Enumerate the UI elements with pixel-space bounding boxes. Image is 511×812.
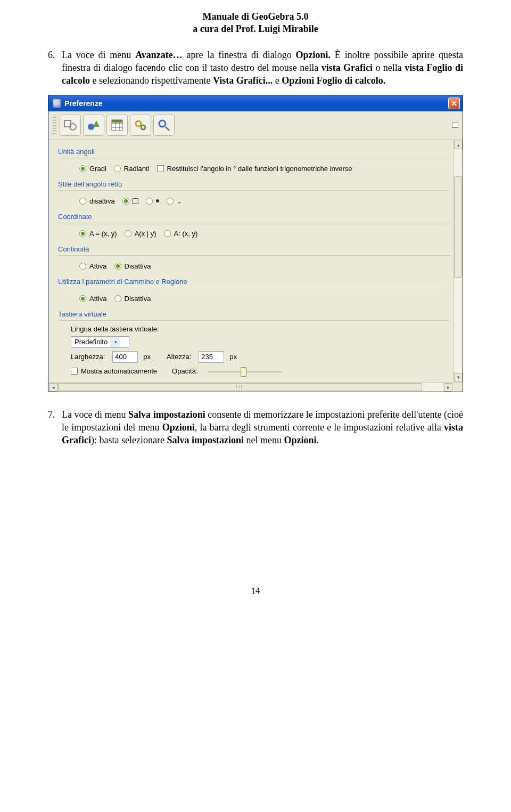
radio-rightangle-chev[interactable] <box>167 197 182 205</box>
scroll-up-button[interactable]: ▴ <box>454 141 463 149</box>
radio-icon <box>79 295 86 302</box>
radio-rightangle-off[interactable]: disattiva <box>79 197 115 205</box>
radio-label: A(x | y) <box>135 230 156 238</box>
text: apre la finestra di dialogo <box>183 50 296 60</box>
gears-icon <box>134 118 147 132</box>
text-bold: Vista Grafici... <box>213 75 273 86</box>
scroll-left-button[interactable]: ◂ <box>49 383 57 392</box>
unit-px: px <box>229 353 237 361</box>
vkbd-lang-select[interactable]: Predefinito ▾ <box>71 336 129 348</box>
toolbar-advanced-button[interactable] <box>153 115 175 136</box>
checkbox-icon <box>157 165 164 172</box>
chevron-down-icon: ▾ <box>111 337 120 347</box>
vkbd-height-input[interactable]: 235 <box>199 351 224 363</box>
shapes-icon <box>63 118 77 132</box>
radio-label: Attiva <box>89 295 107 303</box>
scroll-thumb[interactable] <box>454 176 462 278</box>
checkbox-label: Restituisci l'angolo in ° dalle funzioni… <box>167 165 352 173</box>
radio-icon <box>122 198 129 205</box>
text: La voce di menu <box>62 50 135 60</box>
section-right-angle: Stile dell'angolo retto <box>58 177 450 189</box>
section-path-region: Utilizza i parametri di Cammino e Region… <box>58 274 450 287</box>
radio-coord-3[interactable]: A: (x, y) <box>164 230 198 238</box>
text-bold: Opzioni Foglio di calcolo. <box>282 75 385 86</box>
scroll-thumb[interactable] <box>58 383 422 391</box>
vkbd-width-input[interactable]: 400 <box>112 351 138 363</box>
page-number: 14 <box>48 586 463 596</box>
radio-continuity-off[interactable]: Disattiva <box>114 262 151 270</box>
opacity-label: Opacità: <box>172 367 197 375</box>
square-sample-icon <box>133 198 138 204</box>
svg-marker-3 <box>93 120 100 127</box>
scroll-down-button[interactable]: ▾ <box>454 373 463 381</box>
toolbar-spreadsheet-button[interactable] <box>106 115 128 136</box>
input-value: 235 <box>201 353 213 361</box>
svg-point-11 <box>141 125 145 129</box>
scroll-track[interactable] <box>58 383 443 391</box>
vkbd-height-label: Altezza: <box>167 353 191 361</box>
radio-icon <box>167 198 174 205</box>
radio-label: A = (x, y) <box>89 230 117 238</box>
close-button[interactable] <box>448 98 460 109</box>
section-continuity: Continuità <box>58 242 450 254</box>
radio-rightangle-dot[interactable] <box>146 198 159 205</box>
checkbox-auto-show[interactable]: Mostra automaticamente <box>71 367 157 375</box>
radio-radians[interactable]: Radianti <box>114 165 150 173</box>
toolbar-graphics-button[interactable] <box>83 115 104 136</box>
radio-label: Radianti <box>124 165 150 173</box>
svg-point-12 <box>159 120 166 127</box>
toolbar-defaults-button[interactable] <box>130 115 151 136</box>
radio-icon <box>114 263 121 270</box>
app-icon <box>53 99 61 108</box>
spreadsheet-icon <box>110 118 124 132</box>
paragraph-6: 6. La voce di menu Avanzate… apre la fin… <box>48 48 463 87</box>
gear-wrench-icon <box>157 118 171 132</box>
radio-icon <box>79 198 86 205</box>
radio-icon <box>114 165 121 172</box>
select-value: Predefinito <box>71 338 111 346</box>
radio-continuity-on[interactable]: Attiva <box>79 262 107 270</box>
text-bold: Salva impostazioni <box>128 409 205 420</box>
toolbar-objects-button[interactable] <box>60 115 81 136</box>
titlebar[interactable]: Preferenze <box>48 95 463 111</box>
checkbox-icon <box>71 368 78 375</box>
text: o nella <box>373 62 405 73</box>
text-bold: Salva impostazioni <box>167 435 244 445</box>
separator <box>58 158 450 158</box>
detach-button[interactable] <box>452 123 458 128</box>
radio-pathregion-off[interactable]: Disattiva <box>114 295 151 303</box>
text: e selezionando rispettivamente <box>90 75 213 86</box>
list-number: 6. <box>48 48 62 87</box>
toolbar-handle[interactable] <box>53 116 56 135</box>
radio-coord-1[interactable]: A = (x, y) <box>79 230 117 238</box>
unit-px: px <box>143 353 151 361</box>
window-title: Preferenze <box>64 99 448 108</box>
slider-thumb[interactable] <box>241 367 246 377</box>
separator <box>58 288 450 288</box>
input-value: 400 <box>115 353 127 361</box>
list-number: 7. <box>48 408 62 447</box>
radio-degrees[interactable]: Gradi <box>79 165 106 173</box>
horizontal-scrollbar[interactable]: ◂ ▸ <box>48 382 463 392</box>
checkbox-label: Mostra automaticamente <box>81 367 157 375</box>
radio-coord-2[interactable]: A(x | y) <box>125 230 156 238</box>
text: La voce di menu <box>62 409 128 420</box>
section-virtual-keyboard: Tastiera virtuale <box>58 307 450 319</box>
separator <box>58 190 450 191</box>
checkbox-return-angle[interactable]: Restituisci l'angolo in ° dalle funzioni… <box>157 165 352 173</box>
opacity-slider[interactable] <box>208 366 282 377</box>
radio-rightangle-square[interactable] <box>122 198 138 205</box>
text-bold: Opzioni <box>162 422 195 433</box>
radio-icon <box>79 230 86 237</box>
radio-icon <box>79 263 86 270</box>
vertical-scrollbar[interactable]: ▴ ▾ <box>453 140 463 382</box>
doc-header: Manuale di GeoGebra 5.0 a cura del Prof.… <box>48 11 463 36</box>
scroll-right-button[interactable]: ▸ <box>444 383 452 392</box>
svg-rect-9 <box>112 120 122 123</box>
section-coordinates: Coordinate <box>58 209 450 222</box>
separator <box>58 255 450 256</box>
radio-icon <box>114 295 121 302</box>
radio-pathregion-on[interactable]: Attiva <box>79 295 107 303</box>
text: . <box>316 435 319 445</box>
preferences-dialog: Preferenze <box>48 95 463 392</box>
